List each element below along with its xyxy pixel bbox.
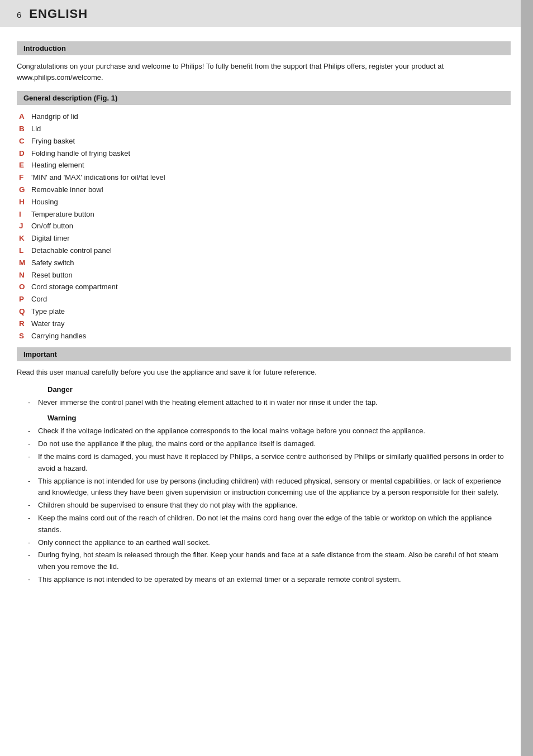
bullet-text: During frying, hot steam is released thr… [38, 549, 511, 573]
list-item: -This appliance is not intended to be op… [28, 574, 511, 586]
bullet-text: If the mains cord is damaged, you must h… [38, 451, 511, 475]
general-description-header: General description (Fig. 1) [17, 91, 511, 105]
introduction-header: Introduction [17, 41, 511, 55]
item-description: Handgrip of lid [31, 111, 78, 123]
list-item: -If the mains cord is damaged, you must … [28, 451, 511, 475]
item-letter: R [19, 318, 31, 330]
item-description: Reset button [31, 270, 73, 281]
item-letter: J [19, 220, 31, 232]
dash: - [28, 574, 38, 586]
item-letter: L [19, 245, 31, 257]
list-item: HHousing [19, 196, 511, 208]
bullet-text: Only connect the appliance to an earthed… [38, 537, 511, 549]
item-description: Digital timer [31, 233, 70, 245]
list-item: -Keep the mains cord out of the reach of… [28, 513, 511, 536]
dash: - [28, 476, 38, 487]
item-letter: M [19, 257, 31, 269]
dash: - [28, 537, 38, 549]
list-item: LDetachable control panel [19, 245, 511, 257]
list-item: PCord [19, 293, 511, 305]
list-item: RWater tray [19, 318, 511, 330]
item-letter: B [19, 123, 31, 135]
important-intro-text: Read this user manual carefully before y… [17, 367, 511, 378]
danger-title: Danger [47, 385, 511, 394]
dash: - [28, 500, 38, 511]
dash: - [28, 397, 38, 409]
list-item: JOn/off button [19, 220, 511, 232]
bullet-text: This appliance is not intended to be ope… [38, 574, 511, 586]
item-letter: A [19, 111, 31, 123]
bullet-text: This appliance is not intended for use b… [38, 476, 511, 499]
item-description: Carrying handles [31, 331, 86, 342]
item-description: Cord [31, 294, 47, 305]
list-item: OCord storage compartment [19, 281, 511, 293]
dash: - [28, 425, 38, 437]
item-letter: O [19, 281, 31, 293]
item-letter: H [19, 196, 31, 208]
list-item: GRemovable inner bowl [19, 184, 511, 196]
item-description: Water tray [31, 318, 64, 330]
list-item: NReset button [19, 269, 511, 281]
item-letter: D [19, 147, 31, 160]
bullet-text: Check if the voltage indicated on the ap… [38, 425, 511, 437]
danger-list: -Never immerse the control panel with th… [28, 397, 511, 409]
bullet-text: Never immerse the control panel with the… [38, 397, 511, 409]
list-item: AHandgrip of lid [19, 111, 511, 123]
list-item: -This appliance is not intended for use … [28, 476, 511, 499]
item-letter: N [19, 269, 31, 281]
item-description: Cord storage compartment [31, 281, 118, 293]
bullet-text: Children should be supervised to ensure … [38, 500, 511, 511]
item-letter: E [19, 159, 31, 171]
list-item: EHeating element [19, 159, 511, 171]
page-number: 6 [17, 10, 21, 20]
introduction-text: Congratulations on your purchase and wel… [17, 61, 511, 83]
introduction-title: Introduction [23, 44, 66, 52]
warning-list: -Check if the voltage indicated on the a… [28, 425, 511, 585]
dash: - [28, 451, 38, 463]
list-item: -Children should be supervised to ensure… [28, 500, 511, 511]
item-description: Detachable control panel [31, 245, 112, 257]
header-bar: 6 ENGLISH [0, 0, 533, 27]
list-item: -Only connect the appliance to an earthe… [28, 537, 511, 549]
list-item: -Never immerse the control panel with th… [28, 397, 511, 409]
item-description: Temperature button [31, 209, 94, 221]
list-item: BLid [19, 123, 511, 135]
important-title: Important [23, 350, 57, 358]
item-description: Folding handle of frying basket [31, 148, 130, 160]
page: 6 ENGLISH Introduction Congratulations o… [0, 0, 533, 756]
list-item: CFrying basket [19, 135, 511, 147]
item-description: 'MIN' and 'MAX' indications for oil/fat … [31, 172, 165, 184]
item-description: Safety switch [31, 257, 74, 269]
list-item: -During frying, hot steam is released th… [28, 549, 511, 573]
item-description: Lid [31, 123, 41, 135]
item-letter: Q [19, 305, 31, 318]
list-item: SCarrying handles [19, 330, 511, 342]
item-description: Removable inner bowl [31, 184, 103, 196]
dash: - [28, 513, 38, 524]
item-description: On/off button [31, 221, 73, 232]
list-item: QType plate [19, 305, 511, 318]
item-letter: P [19, 293, 31, 305]
bullet-text: Keep the mains cord out of the reach of … [38, 513, 511, 536]
item-letter: F [19, 171, 31, 184]
general-description-title: General description (Fig. 1) [23, 94, 117, 102]
right-bar [521, 0, 533, 756]
list-item: F'MIN' and 'MAX' indications for oil/fat… [19, 171, 511, 184]
bullet-text: Do not use the appliance if the plug, th… [38, 438, 511, 450]
list-item: DFolding handle of frying basket [19, 147, 511, 160]
item-letter: I [19, 208, 31, 221]
description-list: AHandgrip of lidBLidCFrying basketDFoldi… [19, 111, 511, 342]
item-letter: G [19, 184, 31, 196]
item-letter: S [19, 330, 31, 342]
warning-title: Warning [47, 414, 511, 422]
dash: - [28, 549, 38, 561]
item-description: Frying basket [31, 136, 75, 147]
list-item: MSafety switch [19, 257, 511, 269]
item-description: Heating element [31, 160, 84, 171]
item-description: Type plate [31, 306, 65, 318]
list-item: -Check if the voltage indicated on the a… [28, 425, 511, 437]
language-title: ENGLISH [29, 7, 88, 21]
important-header: Important [17, 347, 511, 361]
list-item: ITemperature button [19, 208, 511, 221]
list-item: -Do not use the appliance if the plug, t… [28, 438, 511, 450]
